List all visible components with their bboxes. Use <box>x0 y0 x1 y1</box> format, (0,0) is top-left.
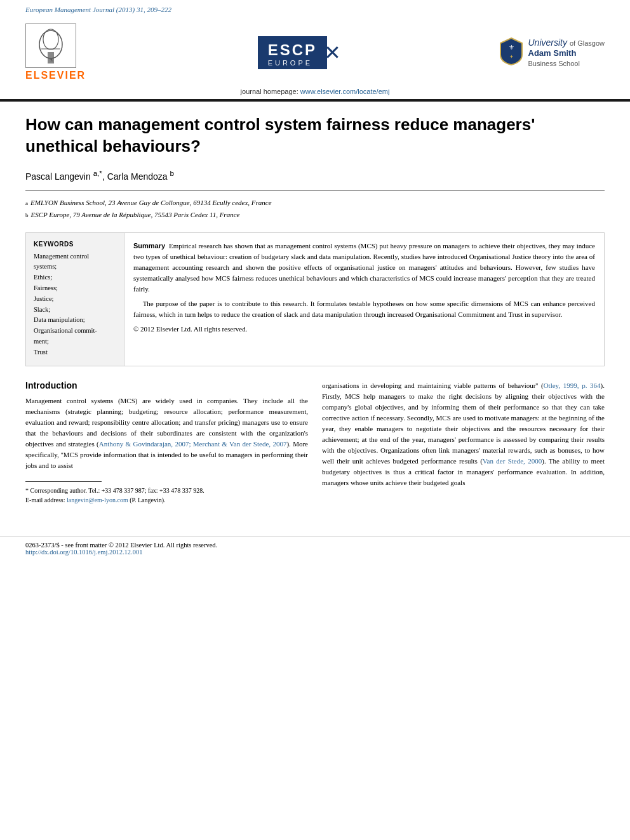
top-bar: European Management Journal (2013) 31, 2… <box>0 0 630 17</box>
footnote-2: E-mail address: langevin@em-lyon.com (P.… <box>25 495 308 505</box>
elsevier-text: ELSEVIER <box>25 70 86 81</box>
footnote-1-text: * Corresponding author. Tel.: +33 478 33… <box>25 487 204 494</box>
right-para-1: organisations in developing and maintain… <box>322 380 605 488</box>
left-column: Introduction Management control systems … <box>25 380 308 505</box>
summary-title: Summary <box>133 242 165 250</box>
affiliation-b: b ESCP Europe, 79 Avenue de la Républiqu… <box>25 209 605 221</box>
keyword-6: Data manipulation; <box>34 315 116 326</box>
copyright-text: © 2012 Elsevier Ltd. All rights reserved… <box>133 324 595 335</box>
svg-text:✦: ✦ <box>509 54 513 60</box>
author-a-sup: a,* <box>93 169 102 177</box>
intro-body-right: organisations in developing and maintain… <box>322 380 605 488</box>
ref-otley: Otley, 1999, p. 364 <box>544 382 601 389</box>
journal-reference: European Management Journal (2013) 31, 2… <box>25 6 171 13</box>
business-school-text: Business School <box>528 59 605 68</box>
footnote-1: * Corresponding author. Tel.: +33 478 33… <box>25 486 308 496</box>
affil-a-text: EMLYON Business School, 23 Avenue Guy de… <box>30 197 272 209</box>
escp-star-icon: ✕ <box>324 41 341 65</box>
footnote-email-link[interactable]: langevin@em-lyon.com <box>67 497 128 503</box>
svg-text:⚜: ⚜ <box>508 44 514 51</box>
university-sub: of Glasgow <box>570 39 605 48</box>
keyword-5: Slack; <box>34 305 116 316</box>
intro-body-left: Management control systems (MCS) are wid… <box>25 396 308 471</box>
header-logos: ⚗ ELSEVIER ESCP EUROPE ✕ ⚜ ✦ <box>0 17 630 85</box>
keywords-title: KEYWORDS <box>34 241 116 248</box>
escp-box: ESCP EUROPE <box>258 36 327 69</box>
article-title: How can management control system fairne… <box>25 114 605 157</box>
keywords-list: Management control systems; Ethics; Fair… <box>34 251 116 358</box>
footnote-2-pre: E-mail address: <box>25 497 67 503</box>
keyword-1: Management control <box>34 251 116 262</box>
affiliations: a EMLYON Business School, 23 Avenue Guy … <box>25 197 605 220</box>
journal-homepage-label: journal homepage: <box>241 88 298 95</box>
keyword-8: Trust <box>34 347 116 358</box>
summary-body-2: The purpose of the paper is to contribut… <box>133 300 595 318</box>
journal-homepage: journal homepage: www.elsevier.com/locat… <box>0 85 630 99</box>
affil-a-sup: a <box>25 199 28 208</box>
keyword-7: Organisational commit- <box>34 326 116 337</box>
authors-line: Pascal Langevin a,*, Carla Mendoza b <box>25 169 605 182</box>
escp-line1: ESCP <box>268 41 317 59</box>
affil-b-sup: b <box>25 211 29 220</box>
page: European Management Journal (2013) 31, 2… <box>0 0 630 840</box>
summary-body-1: Empirical research has shown that as man… <box>133 242 595 293</box>
university-name: University <box>528 37 567 48</box>
journal-homepage-link[interactable]: www.elsevier.com/locate/emj <box>300 88 390 95</box>
summary-box: Summary Empirical research has shown tha… <box>124 233 604 366</box>
summary-para-1: Summary Empirical research has shown tha… <box>133 241 595 295</box>
author-b-sup: b <box>170 169 174 177</box>
keyword-7b: ment; <box>34 337 116 347</box>
ref-vanderstede: Van der Stede, 2000 <box>483 457 542 465</box>
main-content: How can management control system fairne… <box>0 102 630 518</box>
footnote-divider <box>25 481 102 482</box>
right-column: organisations in developing and maintain… <box>322 380 605 505</box>
abstract-section: KEYWORDS Management control systems; Eth… <box>25 232 605 366</box>
keyword-4: Justice; <box>34 294 116 305</box>
elsevier-tree-icon: ⚗ <box>25 23 76 68</box>
author-divider <box>25 190 605 190</box>
svg-point-2 <box>43 29 58 50</box>
footnote-2-post: (P. Langevin). <box>128 497 166 503</box>
bottom-bar: 0263-2373/$ - see front matter © 2012 El… <box>0 536 630 561</box>
keywords-box: KEYWORDS Management control systems; Eth… <box>26 233 124 366</box>
escp-logo: ESCP EUROPE ✕ <box>258 36 327 69</box>
escp-line2: EUROPE <box>268 59 317 67</box>
doi-link[interactable]: http://dx.doi.org/10.1016/j.emj.2012.12.… <box>25 549 605 556</box>
issn-text: 0263-2373/$ - see front matter © 2012 El… <box>25 542 605 549</box>
body-columns: Introduction Management control systems … <box>25 380 605 505</box>
intro-title: Introduction <box>25 380 308 390</box>
intro-para-1: Management control systems (MCS) are wid… <box>25 396 308 471</box>
elsevier-logo: ⚗ ELSEVIER <box>25 23 86 81</box>
summary-text: Summary Empirical research has shown tha… <box>133 241 595 335</box>
affil-b-text: ESCP Europe, 79 Avenue de la République,… <box>31 209 240 221</box>
glasgow-logo: ⚜ ✦ University of Glasgow Adam Smith Bus… <box>499 37 605 69</box>
doi-anchor[interactable]: http://dx.doi.org/10.1016/j.emj.2012.12.… <box>25 549 142 556</box>
ref-anthony: Anthony & Govindarajan, 2007; Merchant &… <box>99 440 287 448</box>
keyword-3: Fairness; <box>34 283 116 294</box>
glasgow-shield-icon: ⚜ ✦ <box>499 37 523 69</box>
keyword-2: Ethics; <box>34 272 116 283</box>
adam-smith-text: Adam Smith <box>528 48 605 59</box>
affiliation-a: a EMLYON Business School, 23 Avenue Guy … <box>25 197 605 209</box>
keyword-1b: systems; <box>34 262 116 272</box>
summary-para-2: The purpose of the paper is to contribut… <box>133 298 595 320</box>
